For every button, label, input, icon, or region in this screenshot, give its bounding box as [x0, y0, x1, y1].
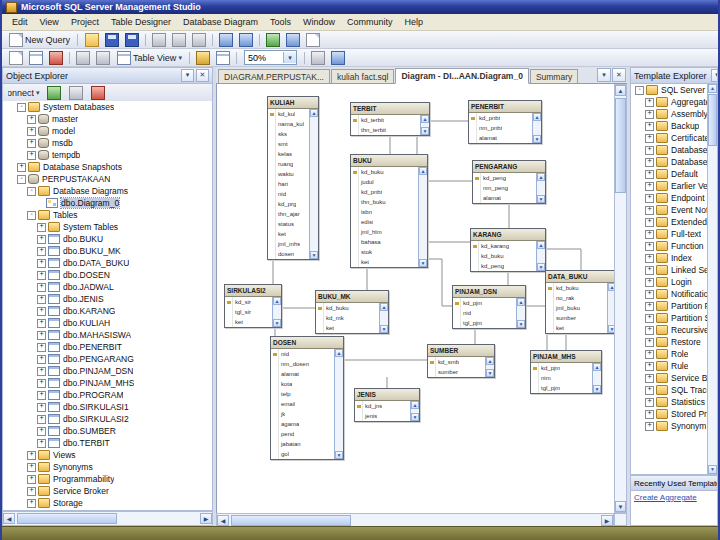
- tree-item-dbo-pengarang[interactable]: +dbo.PENGARANG: [3, 353, 212, 365]
- tree-item-earlier-versions[interactable]: +Earlier Versions: [631, 180, 707, 192]
- entity-header[interactable]: PENGARANG: [473, 161, 545, 173]
- scroll-up-icon[interactable]: ▲: [411, 401, 419, 409]
- expand-icon[interactable]: +: [645, 146, 654, 155]
- copy-button[interactable]: [169, 32, 189, 48]
- expand-icon[interactable]: +: [17, 163, 26, 172]
- tab-kuliah-fact-sql[interactable]: kuliah fact.sql: [331, 69, 395, 83]
- expand-icon[interactable]: +: [645, 266, 654, 275]
- tree-item-sql-trace[interactable]: +SQL Trace: [631, 384, 707, 396]
- recently-used-templates-header[interactable]: Recently Used Templates: [630, 475, 718, 491]
- expand-icon[interactable]: +: [645, 182, 654, 191]
- entity-header[interactable]: DOSEN: [271, 337, 343, 349]
- entity-terbit[interactable]: TERBITkd_terbitthn_terbit▲▼: [350, 102, 430, 136]
- zoom-combobox[interactable]: 50% ▾: [244, 50, 297, 65]
- tree-item-endpoint[interactable]: +Endpoint: [631, 192, 707, 204]
- collapse-icon[interactable]: -: [27, 211, 36, 220]
- tree-item-database[interactable]: +Database: [631, 144, 707, 156]
- entity-karang[interactable]: KARANGkd_karangkd_bukukd_peng▲▼: [470, 228, 546, 272]
- scroll-right-icon[interactable]: ▶: [200, 513, 212, 524]
- activity-monitor-button[interactable]: [263, 32, 283, 48]
- scroll-down-icon[interactable]: ▼: [273, 319, 281, 327]
- tree-item-dbo-buku-mk[interactable]: +dbo.BUKU_MK: [3, 245, 212, 257]
- expand-icon[interactable]: +: [37, 319, 46, 328]
- add-annotation-button[interactable]: [73, 50, 93, 66]
- expand-icon[interactable]: +: [645, 290, 654, 299]
- expand-icon[interactable]: +: [645, 230, 654, 239]
- tree-item-dbo-sirkulasi2[interactable]: +dbo.SIRKULASI2: [3, 413, 212, 425]
- scroll-left-icon[interactable]: ◀: [3, 513, 15, 524]
- entity-jenis[interactable]: JENISkd_jnsjenis▲▼: [354, 388, 420, 422]
- expand-icon[interactable]: +: [37, 271, 46, 280]
- object-explorer-button[interactable]: [283, 32, 303, 48]
- scroll-down-icon[interactable]: ▼: [380, 325, 388, 333]
- title-bar[interactable]: Microsoft SQL Server Management Studio: [2, 0, 718, 14]
- tree-item-service-broker[interactable]: +Service Broker: [3, 485, 212, 497]
- undo-button[interactable]: [216, 32, 236, 48]
- scroll-down-icon[interactable]: ▼: [608, 325, 614, 333]
- zoom-fit-button[interactable]: [328, 50, 348, 66]
- tree-item-synonyms[interactable]: +Synonyms: [3, 461, 212, 473]
- expand-icon[interactable]: +: [645, 302, 654, 311]
- expand-icon[interactable]: +: [645, 350, 654, 359]
- template-explorer-vscrollbar[interactable]: ▲ ▼: [707, 84, 717, 474]
- entity-scrollbar[interactable]: ▲▼: [536, 173, 545, 203]
- scroll-up-icon[interactable]: ▲: [608, 283, 614, 291]
- expand-icon[interactable]: +: [27, 151, 36, 160]
- scroll-up-icon[interactable]: ▲: [273, 297, 281, 305]
- expand-icon[interactable]: +: [645, 218, 654, 227]
- scroll-up-icon[interactable]: ▲: [593, 363, 601, 371]
- entity-scrollbar[interactable]: ▲▼: [516, 298, 525, 328]
- expand-icon[interactable]: +: [37, 307, 46, 316]
- scroll-left-icon[interactable]: ◀: [217, 515, 229, 526]
- expand-icon[interactable]: +: [645, 338, 654, 347]
- add-table-button[interactable]: [26, 50, 46, 66]
- entity-header[interactable]: KULIAH: [268, 97, 318, 109]
- scroll-up-icon[interactable]: ▲: [615, 85, 626, 96]
- summary-page-button[interactable]: [303, 32, 323, 48]
- scroll-up-icon[interactable]: ▲: [708, 84, 717, 93]
- save-button[interactable]: [102, 32, 122, 48]
- entity-scrollbar[interactable]: ▲▼: [418, 167, 427, 267]
- expand-icon[interactable]: +: [37, 391, 46, 400]
- scroll-up-icon[interactable]: ▲: [517, 298, 525, 306]
- entity-buku-mk[interactable]: BUKU_MKkd_bukukd_mkket▲▼: [315, 290, 389, 334]
- entity-pinjam-mhs[interactable]: PINJAM_MHSkd_pjmnimtgl_pjm▲▼: [530, 350, 602, 394]
- tree-item-login[interactable]: +Login: [631, 276, 707, 288]
- refresh-button[interactable]: [44, 85, 64, 101]
- menu-project[interactable]: Project: [65, 15, 105, 29]
- expand-icon[interactable]: +: [37, 415, 46, 424]
- entity-scrollbar[interactable]: ▲▼: [309, 109, 318, 259]
- panel-menu-icon[interactable]: ▾: [181, 69, 194, 82]
- expand-icon[interactable]: +: [27, 451, 36, 460]
- entity-header[interactable]: DATA_BUKU: [546, 271, 614, 283]
- entity-header[interactable]: BUKU: [351, 155, 427, 167]
- entity-scrollbar[interactable]: ▲▼: [379, 303, 388, 333]
- tree-item-dbo-karang[interactable]: +dbo.KARANG: [3, 305, 212, 317]
- tree-item-msdb[interactable]: +msdb: [3, 137, 212, 149]
- expand-icon[interactable]: +: [645, 134, 654, 143]
- page-break-button[interactable]: [308, 50, 328, 66]
- tab-close-icon[interactable]: ✕: [612, 68, 626, 82]
- table-view-button[interactable]: Table View ▾: [114, 50, 185, 66]
- expand-icon[interactable]: +: [645, 206, 654, 215]
- entity-data-buku[interactable]: DATA_BUKUkd_bukuno_rakjml_bukusumberket▲…: [545, 270, 614, 334]
- expand-icon[interactable]: +: [645, 242, 654, 251]
- tree-item-master[interactable]: +master: [3, 113, 212, 125]
- menu-community[interactable]: Community: [341, 15, 399, 29]
- tree-item-assembly[interactable]: +Assembly: [631, 108, 707, 120]
- scroll-down-icon[interactable]: ▼: [537, 263, 545, 271]
- tree-item-full-text[interactable]: +Full-text: [631, 228, 707, 240]
- scroll-down-icon[interactable]: ▼: [419, 259, 427, 267]
- tree-item-service-broker[interactable]: +Service Broker: [631, 372, 707, 384]
- entity-header[interactable]: SIRKULASI2: [225, 285, 281, 297]
- tree-item-dbo-mahasiswa[interactable]: +dbo.MAHASISWA: [3, 329, 212, 341]
- open-file-button[interactable]: [82, 32, 102, 48]
- expand-icon[interactable]: +: [37, 223, 46, 232]
- tree-item-partition-function[interactable]: +Partition Function: [631, 300, 707, 312]
- entity-header[interactable]: PENERBIT: [469, 101, 541, 113]
- tree-item-dbo-dosen[interactable]: +dbo.DOSEN: [3, 269, 212, 281]
- diagram-canvas[interactable]: KULIAHkd_kulnama_kulskssmtkelasruangwakt…: [216, 84, 614, 513]
- scroll-down-icon[interactable]: ▼: [335, 451, 343, 459]
- expand-icon[interactable]: +: [645, 314, 654, 323]
- tree-item-recursive-queries[interactable]: +Recursive Queries: [631, 324, 707, 336]
